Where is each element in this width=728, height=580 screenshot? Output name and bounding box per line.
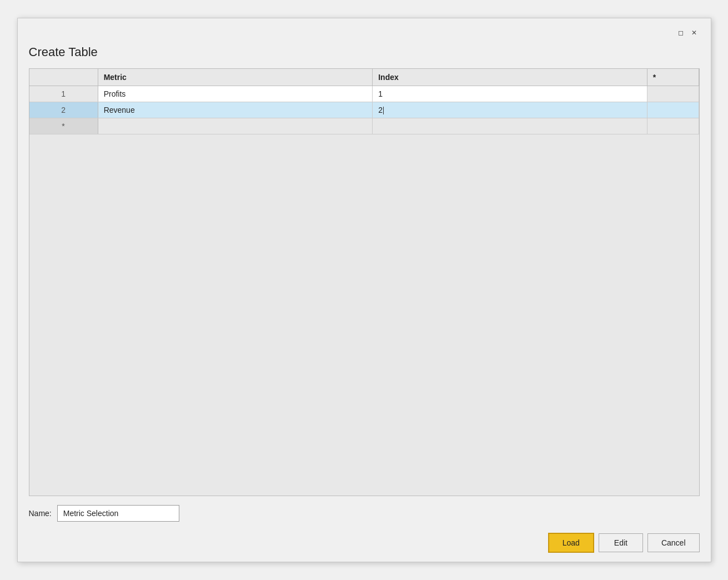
col-header-star: * (647, 69, 699, 86)
cell-index-1[interactable]: 1 (373, 86, 647, 102)
name-label: Name: (29, 509, 52, 518)
col-header-index[interactable]: Index (373, 69, 647, 86)
row-num-2: 2 (29, 102, 98, 118)
data-table: Metric Index * 1 Profits 1 2 Revenue (29, 69, 699, 134)
table-row[interactable]: 2 Revenue 2 (29, 102, 699, 118)
col-header-metric[interactable]: Metric (98, 69, 373, 86)
cell-metric-new[interactable] (98, 118, 373, 134)
load-button[interactable]: Load (548, 533, 594, 553)
name-row: Name: (29, 505, 700, 522)
table-row[interactable]: 1 Profits 1 (29, 86, 699, 102)
title-bar: ◻ ✕ (18, 18, 711, 43)
cell-metric-1[interactable]: Profits (98, 86, 373, 102)
cell-index-2[interactable]: 2 (373, 102, 647, 118)
cell-star-1 (647, 86, 699, 102)
cell-index-new[interactable] (373, 118, 647, 134)
content-area: Metric Index * 1 Profits 1 2 Revenue (18, 68, 711, 496)
create-table-dialog: ◻ ✕ Create Table Metric Index * 1 (17, 18, 711, 562)
cell-star-new (647, 118, 699, 134)
row-num-1: 1 (29, 86, 98, 102)
dialog-title: Create Table (18, 43, 711, 68)
cell-metric-2[interactable]: Revenue (98, 102, 373, 118)
table-container: Metric Index * 1 Profits 1 2 Revenue (29, 68, 700, 496)
col-header-rownum (29, 69, 98, 86)
row-num-new: * (29, 118, 98, 134)
table-row-new[interactable]: * (29, 118, 699, 134)
window-controls: ◻ ✕ (675, 27, 700, 38)
bottom-area: Name: Load Edit Cancel (18, 496, 711, 562)
edit-button[interactable]: Edit (599, 533, 643, 552)
close-button[interactable]: ✕ (689, 27, 700, 38)
cell-star-2 (647, 102, 699, 118)
button-row: Load Edit Cancel (29, 533, 700, 553)
table-header-row: Metric Index * (29, 69, 699, 86)
minimize-button[interactable]: ◻ (675, 27, 686, 38)
name-input[interactable] (57, 505, 179, 522)
cancel-button[interactable]: Cancel (647, 533, 700, 552)
